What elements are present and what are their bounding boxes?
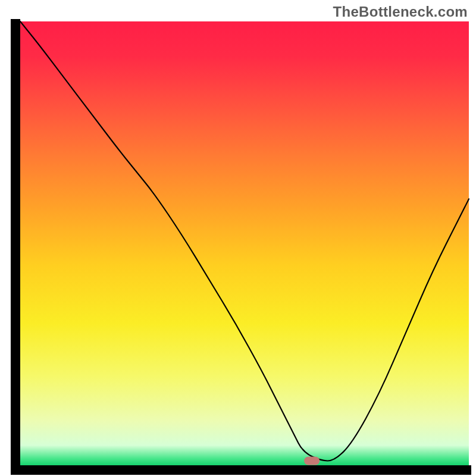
chart-background bbox=[20, 21, 469, 465]
bottleneck-chart bbox=[0, 0, 476, 476]
chart-stage: TheBottleneck.com bbox=[0, 0, 476, 476]
optimal-marker bbox=[304, 457, 320, 465]
